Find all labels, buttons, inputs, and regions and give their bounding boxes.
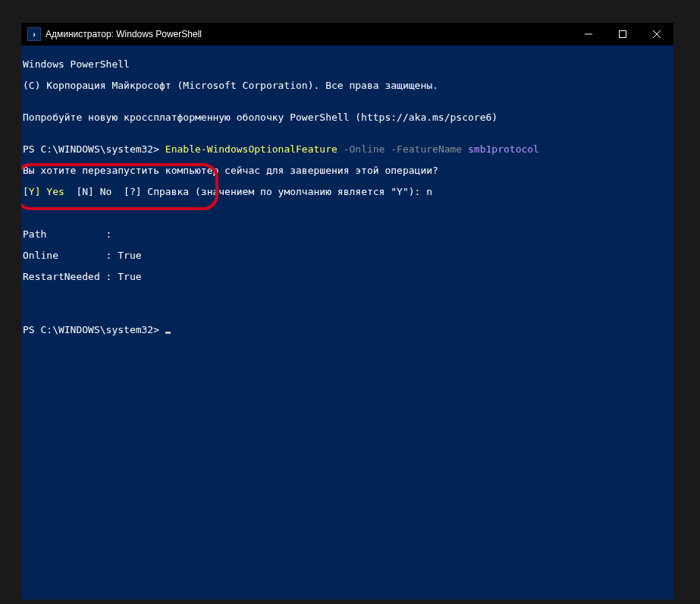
- titlebar[interactable]: › Администратор: Windows PowerShell: [21, 23, 673, 46]
- command-line: PS C:\WINDOWS\system32> Enable-WindowsOp…: [23, 144, 673, 155]
- cmdlet: Enable-WindowsOptionalFeature: [165, 143, 337, 155]
- output-restartneeded: RestartNeeded : True: [23, 272, 673, 282]
- confirm-question: Вы хотите перезапустить компьютер сейчас…: [23, 165, 673, 176]
- terminal-area[interactable]: Windows PowerShell (C) Корпорация Майкро…: [21, 46, 673, 599]
- prompt-prefix: PS C:\WINDOWS\system32>: [23, 143, 165, 155]
- minimize-button[interactable]: [571, 23, 605, 46]
- prompt-prefix: PS C:\WINDOWS\system32>: [23, 324, 165, 335]
- param-value: smb1protocol: [462, 143, 539, 155]
- powershell-window: › Администратор: Windows PowerShell Wind…: [21, 23, 673, 599]
- window-title: Администратор: Windows PowerShell: [46, 29, 202, 39]
- output-path: Path :: [23, 229, 673, 240]
- banner-line-3: Попробуйте новую кроссплатформенную обол…: [23, 112, 673, 123]
- banner-line-1: Windows PowerShell: [23, 59, 673, 70]
- svg-rect-1: [619, 31, 626, 38]
- param-featurename: -FeatureName: [385, 143, 462, 155]
- maximize-button[interactable]: [605, 23, 639, 46]
- cursor: [165, 332, 171, 334]
- output-online: Online : True: [23, 250, 673, 261]
- close-button[interactable]: [639, 23, 673, 46]
- param-online: -Online: [337, 143, 385, 155]
- prompt-line: PS C:\WINDOWS\system32>: [23, 325, 673, 335]
- option-rest: [N] No [?] Справка (значением по умолчан…: [64, 186, 432, 197]
- banner-line-2: (C) Корпорация Майкрософт (Microsoft Cor…: [23, 80, 673, 91]
- option-yes: [Y] Yes: [23, 186, 64, 197]
- powershell-icon: ›: [27, 27, 41, 41]
- confirm-options: [Y] Yes [N] No [?] Справка (значением по…: [23, 187, 673, 197]
